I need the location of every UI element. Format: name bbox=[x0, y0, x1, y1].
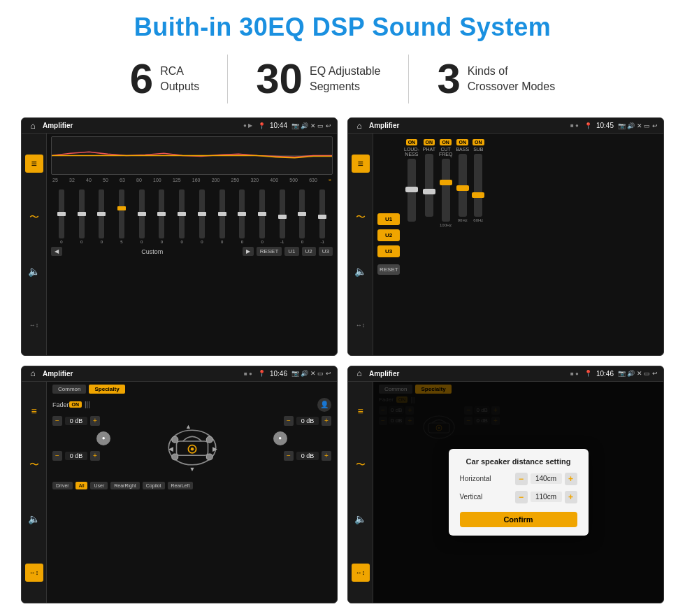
stat-crossover: 3 Kinds of Crossover Modes bbox=[409, 58, 583, 100]
page-title: Buith-in 30EQ DSP Sound System bbox=[134, 13, 551, 42]
status-time-2: 10:45 bbox=[596, 122, 614, 129]
more-icon[interactable]: » bbox=[329, 178, 331, 182]
cutfreq-on[interactable]: ON bbox=[440, 139, 452, 145]
fader-tab-specialty[interactable]: Specialty bbox=[89, 385, 124, 394]
phat-on[interactable]: ON bbox=[424, 139, 435, 145]
bass-slider[interactable] bbox=[459, 154, 467, 217]
eq-slider-12[interactable]: 0 bbox=[294, 189, 312, 244]
eq-slider-10[interactable]: 0 bbox=[253, 189, 271, 244]
eq-main: 25 32 40 50 63 80 100 125 160 200 250 32… bbox=[47, 134, 337, 355]
fader-minus-2[interactable]: − bbox=[52, 451, 62, 461]
amp-speaker-icon[interactable]: 🔈 bbox=[352, 262, 370, 280]
status-bar-1: ⌂ Amplifier ● ▶ 📍 10:44 📷 🔊 ✕ ▭ ↩ bbox=[22, 118, 337, 134]
dialog-eq-icon[interactable]: ≡ bbox=[352, 402, 370, 420]
eq-slider-8[interactable]: 0 bbox=[213, 189, 231, 244]
fader-db-row-4: − 0 dB + bbox=[284, 451, 331, 461]
eq-slider-6[interactable]: 0 bbox=[173, 189, 191, 244]
amp-u3-btn[interactable]: U3 bbox=[377, 245, 400, 257]
svg-point-8 bbox=[190, 447, 194, 451]
phat-slider[interactable] bbox=[425, 154, 433, 217]
fader-controls-right: − 0 dB + ● − 0 dB + bbox=[229, 416, 332, 479]
amp-u2-btn[interactable]: U2 bbox=[377, 229, 400, 241]
fader-driver-btn[interactable]: Driver bbox=[52, 482, 73, 489]
fader-rearleft-btn[interactable]: RearLeft bbox=[168, 482, 194, 489]
fader-rearright-btn[interactable]: RearRight bbox=[110, 482, 140, 489]
modal-vertical-minus[interactable]: − bbox=[515, 491, 528, 503]
bass-on[interactable]: ON bbox=[456, 139, 468, 145]
eq-slider-7[interactable]: 0 bbox=[193, 189, 211, 244]
stat-eq-number: 30 bbox=[256, 58, 303, 100]
eq-mode-label: Custom bbox=[65, 248, 240, 255]
amp-u1-btn[interactable]: U1 bbox=[377, 213, 400, 225]
modal-horizontal-plus[interactable]: + bbox=[565, 473, 577, 485]
fader-all-btn[interactable]: All bbox=[75, 482, 88, 489]
eq-reset-btn[interactable]: RESET bbox=[257, 247, 282, 256]
eq-slider-2[interactable]: 0 bbox=[92, 189, 110, 244]
eq-slider-13[interactable]: -1 bbox=[313, 189, 331, 244]
fader-plus-2[interactable]: + bbox=[90, 451, 100, 461]
eq-slider-9[interactable]: 0 bbox=[233, 189, 251, 244]
fader-arrows-icon[interactable]: ↔↕ bbox=[25, 564, 43, 582]
dialog-wave-icon[interactable]: 〜 bbox=[352, 456, 370, 474]
eq-u3-btn[interactable]: U3 bbox=[319, 247, 333, 256]
modal-vertical-plus[interactable]: + bbox=[565, 491, 577, 503]
speaker-icon[interactable]: 🔈 bbox=[25, 262, 43, 280]
modal-horizontal-row: Horizontal − 140cm + bbox=[460, 473, 577, 485]
fader-profile-icon[interactable]: 👤 bbox=[317, 398, 331, 412]
home-icon-3[interactable]: ⌂ bbox=[27, 368, 38, 379]
eq-prev-btn[interactable]: ◀ bbox=[51, 247, 62, 256]
modal-title: Car speaker distance setting bbox=[460, 457, 577, 466]
fader-copilot-btn[interactable]: Copilot bbox=[143, 482, 165, 489]
dialog-arrows-icon[interactable]: ↔↕ bbox=[352, 564, 370, 582]
fader-tab-common[interactable]: Common bbox=[52, 385, 86, 394]
fader-speaker-icon[interactable]: 🔈 bbox=[25, 510, 43, 528]
eq-u1-btn[interactable]: U1 bbox=[284, 247, 298, 256]
fader-on-badge[interactable]: ON bbox=[69, 401, 82, 408]
amp-sliders-container: ON LOUD-NESS ON PHAT bbox=[404, 136, 659, 352]
dialog-speaker-icon[interactable]: 🔈 bbox=[352, 510, 370, 528]
fader-plus-4[interactable]: + bbox=[322, 451, 331, 461]
eq-icon[interactable]: ≡ bbox=[25, 155, 43, 173]
fader-minus-4[interactable]: − bbox=[284, 451, 294, 461]
cutfreq-slider[interactable] bbox=[442, 159, 450, 222]
eq-slider-3[interactable]: 5 bbox=[113, 189, 131, 244]
sub-on[interactable]: ON bbox=[473, 139, 484, 145]
amp-cutfreq-group: ON CUTFREQ 100Hz bbox=[439, 139, 452, 352]
page: Buith-in 30EQ DSP Sound System 6 RCA Out… bbox=[0, 0, 685, 616]
fader-eq-icon[interactable]: ≡ bbox=[25, 402, 43, 420]
eq-slider-0[interactable]: 0 bbox=[52, 189, 71, 244]
amp-wave-icon[interactable]: 〜 bbox=[352, 208, 370, 227]
arrows-icon[interactable]: ↔↕ bbox=[25, 316, 43, 334]
home-icon-4[interactable]: ⌂ bbox=[354, 368, 365, 379]
eq-u2-btn[interactable]: U2 bbox=[302, 247, 316, 256]
amp-eq-icon[interactable]: ≡ bbox=[352, 155, 370, 173]
amp-reset-btn[interactable]: RESET bbox=[377, 264, 400, 275]
home-icon-2[interactable]: ⌂ bbox=[354, 120, 365, 131]
fader-minus-1[interactable]: − bbox=[52, 416, 62, 426]
fader-tabs: Common Specialty bbox=[52, 385, 331, 394]
fader-plus-3[interactable]: + bbox=[322, 416, 331, 426]
home-icon-1[interactable]: ⌂ bbox=[27, 120, 38, 131]
cutfreq-val: 100Hz bbox=[440, 223, 452, 227]
fader-main: Common Specialty Fader ON ||| 👤 − 0 bbox=[47, 382, 337, 603]
svg-point-4 bbox=[206, 436, 212, 443]
fader-wave-icon[interactable]: 〜 bbox=[25, 456, 43, 474]
fader-plus-1[interactable]: + bbox=[90, 416, 100, 426]
status-title-4: Amplifier bbox=[369, 370, 566, 378]
modal-vertical-controls: − 110cm + bbox=[515, 491, 577, 503]
eq-slider-5[interactable]: 0 bbox=[153, 189, 171, 244]
confirm-button[interactable]: Confirm bbox=[460, 512, 577, 527]
wave-icon[interactable]: 〜 bbox=[25, 208, 43, 227]
eq-next-btn[interactable]: ▶ bbox=[243, 247, 254, 256]
modal-horizontal-minus[interactable]: − bbox=[515, 473, 528, 485]
eq-slider-11[interactable]: -1 bbox=[273, 189, 291, 244]
eq-slider-1[interactable]: 0 bbox=[73, 189, 91, 244]
eq-slider-4[interactable]: 0 bbox=[133, 189, 151, 244]
fader-minus-3[interactable]: − bbox=[284, 416, 294, 426]
loudness-on[interactable]: ON bbox=[406, 139, 418, 145]
fader-user-btn[interactable]: User bbox=[90, 482, 108, 489]
amp-arrows-icon[interactable]: ↔↕ bbox=[352, 316, 370, 334]
loudness-slider[interactable] bbox=[408, 159, 416, 222]
fader-sidebar: ≡ 〜 🔈 ↔↕ bbox=[22, 382, 47, 603]
sub-slider[interactable] bbox=[474, 154, 482, 217]
